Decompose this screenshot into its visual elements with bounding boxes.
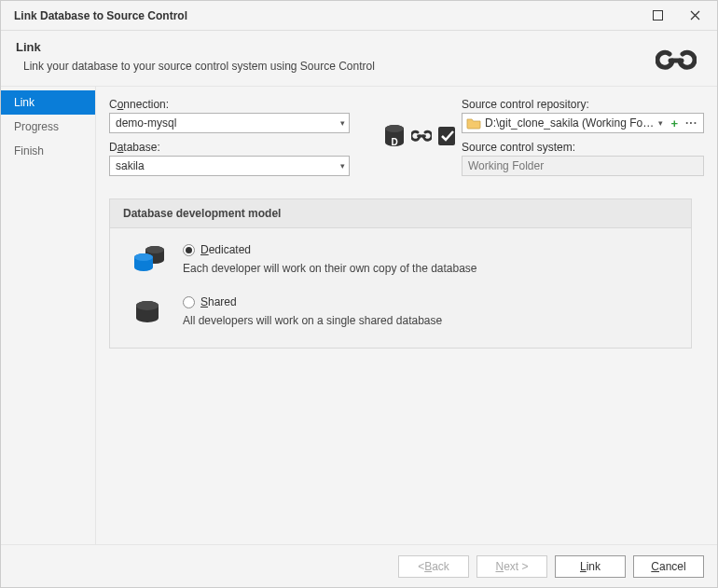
link-button[interactable]: Link bbox=[555, 555, 626, 578]
repository-select[interactable]: D:\git_clone_sakila (Working Folder) ▾ +… bbox=[462, 113, 704, 133]
chevron-down-icon: ▾ bbox=[340, 118, 345, 128]
cancel-button[interactable]: Cancel bbox=[633, 555, 704, 578]
close-button[interactable] bbox=[676, 1, 713, 31]
development-model-panel: Database development model bbox=[109, 198, 692, 349]
shared-description: All developers will work on a single sha… bbox=[183, 314, 442, 327]
maximize-icon bbox=[653, 10, 663, 21]
page-title: Link bbox=[16, 40, 702, 54]
dedicated-db-icon bbox=[132, 245, 166, 273]
connection-value: demo-mysql bbox=[116, 116, 176, 130]
svg-point-3 bbox=[385, 125, 404, 132]
repository-label: Source control repository: bbox=[462, 98, 704, 111]
step-progress[interactable]: Progress bbox=[1, 115, 95, 139]
titlebar: Link Database to Source Control bbox=[1, 1, 717, 31]
shared-db-icon bbox=[132, 297, 166, 325]
wizard-header: Link Link your database to your source c… bbox=[1, 31, 717, 87]
svg-point-11 bbox=[136, 301, 159, 310]
link-graphic: D bbox=[380, 98, 462, 148]
shared-label: Shared bbox=[200, 295, 237, 308]
svg-point-9 bbox=[134, 253, 153, 261]
wizard-footer: < Back Next > Link Cancel bbox=[1, 544, 717, 587]
chevron-down-icon: ▾ bbox=[340, 161, 345, 171]
maximize-button[interactable] bbox=[639, 1, 676, 31]
next-button[interactable]: Next > bbox=[476, 555, 547, 578]
database-value: sakila bbox=[116, 159, 145, 172]
dedicated-radio[interactable]: Dedicated bbox=[183, 243, 477, 256]
close-icon bbox=[690, 10, 700, 21]
step-finish[interactable]: Finish bbox=[1, 139, 95, 163]
system-label: Source control system: bbox=[462, 141, 704, 154]
source-check-icon bbox=[437, 126, 458, 146]
database-select[interactable]: sakila ▾ bbox=[109, 156, 350, 176]
dedicated-label: Dedicated bbox=[200, 243, 251, 256]
wizard-body: Link Progress Finish Connection: demo-my… bbox=[1, 87, 717, 548]
folder-icon bbox=[466, 116, 481, 130]
browse-repository-button[interactable]: ··· bbox=[685, 116, 697, 130]
system-value: Working Folder bbox=[462, 156, 704, 176]
svg-point-7 bbox=[145, 246, 164, 253]
development-model-title: Database development model bbox=[110, 199, 691, 228]
shared-radio[interactable]: Shared bbox=[183, 295, 442, 308]
step-link[interactable]: Link bbox=[1, 90, 95, 115]
window-title: Link Database to Source Control bbox=[14, 9, 187, 22]
connection-label: Connection: bbox=[109, 98, 380, 111]
add-repository-button[interactable]: + bbox=[670, 116, 678, 130]
repository-value: D:\git_clone_sakila (Working Folder) bbox=[485, 116, 655, 130]
page-subtitle: Link your database to your source contro… bbox=[23, 60, 702, 73]
wizard-steps: Link Progress Finish bbox=[1, 87, 96, 548]
svg-rect-0 bbox=[653, 11, 662, 21]
chevron-down-icon: ▾ bbox=[658, 118, 663, 128]
wizard-content: Connection: demo-mysql ▾ Database: sakil… bbox=[96, 87, 717, 548]
database-cylinder-icon: D bbox=[383, 124, 406, 148]
dedicated-description: Each developer will work on their own co… bbox=[183, 262, 477, 275]
back-button[interactable]: < Back bbox=[398, 555, 469, 578]
chain-link-icon bbox=[411, 130, 432, 143]
database-label: Database: bbox=[109, 141, 380, 154]
link-chain-icon bbox=[656, 46, 697, 75]
svg-text:D: D bbox=[391, 137, 397, 147]
connection-select[interactable]: demo-mysql ▾ bbox=[109, 113, 350, 133]
